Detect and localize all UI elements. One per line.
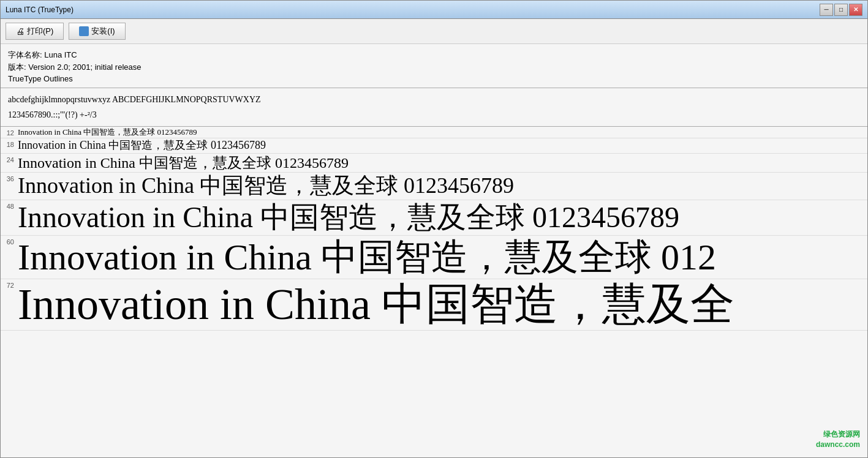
sample-row: 72Innovation in China 中国智造，慧及全 — [1, 279, 867, 331]
main-window: Luna ITC (TrueType) ─ □ ✕ 🖨 打印(P) 安装(I) … — [0, 0, 868, 458]
sample-size-label: 12 — [1, 128, 18, 137]
title-bar: Luna ITC (TrueType) ─ □ ✕ — [1, 1, 867, 19]
sample-row: 60Innovation in China 中国智造，慧及全球 012 — [1, 236, 867, 279]
alphabet-numbers: 1234567890.::;'"(!?) +-²/3 — [8, 107, 860, 122]
window-title: Luna ITC (TrueType) — [6, 6, 74, 14]
sample-size-label: 72 — [1, 280, 18, 289]
sample-size-label: 48 — [1, 201, 18, 210]
sample-row: 24Innovation in China 中国智造，慧及全球 01234567… — [1, 154, 867, 173]
print-button[interactable]: 🖨 打印(P) — [6, 23, 64, 40]
sample-size-label: 18 — [1, 140, 18, 148]
sample-row: 48Innovation in China 中国智造，慧及全球 01234567… — [1, 200, 867, 236]
sample-row: 36Innovation in China 中国智造，慧及全球 01234567… — [1, 173, 867, 200]
window-controls: ─ □ ✕ — [820, 4, 862, 16]
watermark: 绿色资源网 dawncc.com — [816, 429, 860, 450]
sample-row: 18Innovation in China 中国智造，慧及全球 01234567… — [1, 138, 867, 154]
version-line: 版本: Version 2.0; 2001; initial release — [8, 61, 860, 73]
toolbar: 🖨 打印(P) 安装(I) — [1, 19, 867, 44]
alphabet-uppercase-lowercase: abcdefghijklmnopqrstuvwxyz ABCDEFGHIJKLM… — [8, 92, 860, 107]
sample-row: 12Innovation in China 中国智造，慧及全球 01234567… — [1, 127, 867, 138]
close-button[interactable]: ✕ — [849, 4, 862, 16]
sample-size-label: 24 — [1, 155, 18, 163]
sample-text: Innovation in China 中国智造，慧及全球 0123456789 — [18, 174, 867, 198]
sample-size-label: 36 — [1, 174, 18, 182]
printer-icon: 🖨 — [16, 26, 25, 36]
sample-text: Innovation in China 中国智造，慧及全球 012 — [18, 237, 867, 277]
type-line: TrueType Outlines — [8, 73, 860, 85]
font-info-section: 字体名称: Luna ITC 版本: Version 2.0; 2001; in… — [1, 44, 867, 88]
install-button[interactable]: 安装(I) — [69, 23, 125, 40]
sample-section: 12Innovation in China 中国智造，慧及全球 01234567… — [1, 127, 867, 457]
sample-text: Innovation in China 中国智造，慧及全球 0123456789 — [18, 140, 867, 152]
sample-text: Innovation in China 中国智造，慧及全球 0123456789 — [18, 128, 867, 137]
install-icon — [79, 26, 89, 36]
minimize-button[interactable]: ─ — [820, 4, 833, 16]
font-name-line: 字体名称: Luna ITC — [8, 49, 860, 61]
sample-text: Innovation in China 中国智造，慧及全球 0123456789 — [18, 201, 867, 234]
sample-text: Innovation in China 中国智造，慧及全球 0123456789 — [18, 155, 867, 171]
alphabet-section: abcdefghijklmnopqrstuvwxyz ABCDEFGHIJKLM… — [1, 88, 867, 127]
maximize-button[interactable]: □ — [834, 4, 848, 16]
sample-size-label: 60 — [1, 237, 18, 246]
sample-text: Innovation in China 中国智造，慧及全 — [18, 280, 867, 329]
